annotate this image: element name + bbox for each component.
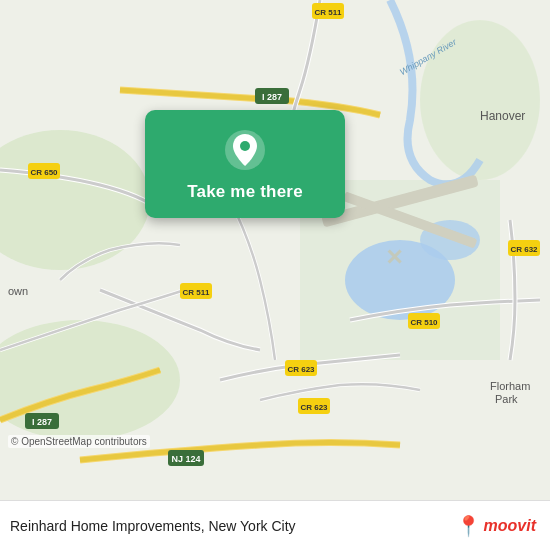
svg-text:Florham: Florham [490, 380, 530, 392]
svg-text:Park: Park [495, 393, 518, 405]
map-container: ✕ I 287 I 287 NJ 124 CR 511 CR 650 CR 51… [0, 0, 550, 500]
svg-text:I 287: I 287 [262, 92, 282, 102]
svg-text:Hanover: Hanover [480, 109, 525, 123]
svg-text:CR 510: CR 510 [410, 318, 438, 327]
map-svg: ✕ I 287 I 287 NJ 124 CR 511 CR 650 CR 51… [0, 0, 550, 500]
svg-text:NJ 124: NJ 124 [171, 454, 200, 464]
svg-text:CR 623: CR 623 [300, 403, 328, 412]
svg-point-36 [240, 141, 250, 151]
moovit-pin-icon: 📍 [456, 514, 481, 538]
svg-text:✕: ✕ [385, 245, 403, 270]
take-me-there-button[interactable]: Take me there [187, 182, 303, 202]
svg-text:CR 511: CR 511 [314, 8, 342, 17]
business-name: Reinhard Home Improvements, New York Cit… [10, 518, 296, 534]
svg-text:CR 623: CR 623 [287, 365, 315, 374]
svg-text:I 287: I 287 [32, 417, 52, 427]
take-me-there-card[interactable]: Take me there [145, 110, 345, 218]
svg-text:CR 632: CR 632 [510, 245, 538, 254]
location-pin-icon [223, 128, 267, 172]
svg-text:CR 511: CR 511 [182, 288, 210, 297]
moovit-logo: 📍 moovit [456, 514, 536, 538]
svg-text:CR 650: CR 650 [30, 168, 58, 177]
svg-point-3 [420, 20, 540, 180]
osm-attribution: © OpenStreetMap contributors [8, 435, 150, 448]
bottom-bar: Reinhard Home Improvements, New York Cit… [0, 500, 550, 550]
svg-text:own: own [8, 285, 28, 297]
moovit-brand-text: moovit [484, 517, 536, 535]
